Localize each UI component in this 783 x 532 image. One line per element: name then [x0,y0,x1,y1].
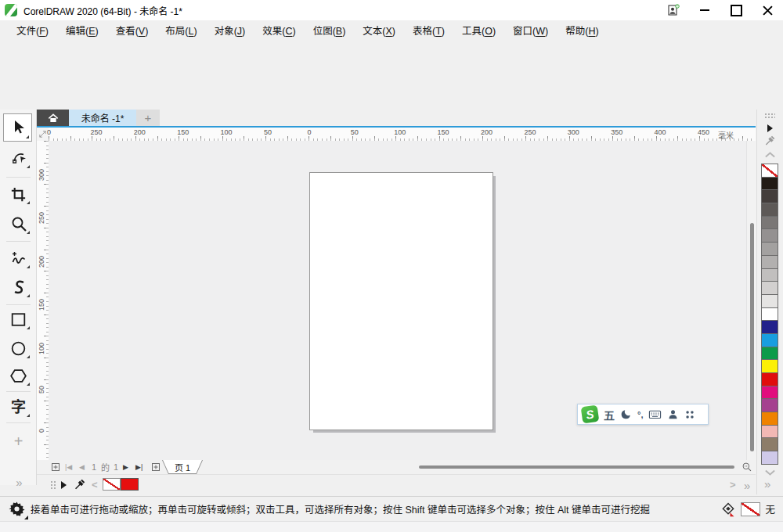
palette-color-swatch[interactable] [761,242,778,256]
zoom-icon [9,214,28,233]
palette-color-none[interactable] [761,164,778,178]
menu-item-T[interactable]: 表格(T) [404,20,453,42]
add-page-start-button[interactable] [49,460,62,474]
document-palette-scroll-left[interactable]: < [92,479,98,491]
last-page-button[interactable]: ▶| [135,460,143,474]
vertical-scrollbar-thumb[interactable] [750,223,754,451]
pick-tool[interactable] [3,113,32,142]
palette-color-swatch[interactable] [761,451,778,465]
tool-options-button[interactable] [8,500,26,518]
menu-item-L[interactable]: 布局(L) [157,20,205,42]
menu-item-E[interactable]: 编辑(E) [57,20,107,42]
rectangle-tool[interactable] [5,307,32,332]
add-tool-button[interactable]: + [5,429,32,454]
polygon-tool[interactable] [5,363,32,388]
document-color-swatch[interactable] [121,478,139,491]
punctuation-button[interactable]: °, [637,410,643,419]
palette-eyedropper-icon[interactable] [763,135,776,147]
palette-color-swatch[interactable] [761,398,778,412]
palette-color-swatch[interactable] [761,333,778,347]
standard-toolbar: PDF 29% » [0,42,783,76]
shape-tool[interactable] [5,146,32,171]
ruler-unit-label: 毫米 [718,129,734,141]
new-document-tab[interactable]: + [136,110,160,126]
menu-grid-icon[interactable] [684,409,695,420]
page-tab[interactable]: 页 1 [162,460,203,474]
page-navigation-row: |◀ ◀ 1 的 1 ▶ ▶| 页 1 [37,460,756,474]
palette-color-swatch[interactable] [761,372,778,386]
document-tab-active[interactable]: 未命名 -1* [69,110,136,126]
account-icon[interactable] [667,408,679,420]
ime-toolbar[interactable]: S 五 °, [577,404,709,425]
previous-page-button[interactable]: ◀ [79,460,85,474]
zoom-tool[interactable] [5,211,32,236]
palette-color-swatch[interactable] [761,294,778,308]
palette-color-swatch[interactable] [761,268,778,282]
color-eyedropper-icon[interactable] [73,478,86,491]
ellipse-tool[interactable] [5,336,32,361]
minimize-button[interactable] [689,0,720,20]
document-page[interactable] [309,172,493,430]
vertical-scrollbar[interactable] [746,141,756,460]
document-palette-scroll-right[interactable]: > [730,479,736,491]
color-palette-flyout[interactable] [767,124,773,132]
document-palette-grip[interactable] [50,480,56,490]
add-page-end-button[interactable] [150,460,162,474]
zoom-scrollbar-button[interactable] [740,460,754,474]
palette-color-swatch[interactable] [761,216,778,230]
soft-keyboard-icon[interactable] [648,408,662,420]
menu-item-O[interactable]: 工具(O) [453,20,504,42]
sogou-logo-icon[interactable]: S [581,405,600,424]
menu-item-X[interactable]: 文本(X) [354,20,404,42]
drawing-canvas[interactable]: S 五 °, [49,141,746,460]
menu-item-V[interactable]: 查看(V) [107,20,157,42]
document-palette-overflow[interactable]: » [744,479,749,492]
palette-scroll-up-icon[interactable] [764,150,776,160]
palette-color-swatch[interactable] [761,437,778,451]
first-page-button[interactable]: |◀ [65,460,72,474]
palette-color-swatch[interactable] [761,255,778,269]
freehand-tool[interactable] [5,246,32,271]
palette-color-swatch[interactable] [761,425,778,439]
sign-in-button[interactable] [658,0,689,20]
outline-pen-icon[interactable] [720,501,736,517]
close-button[interactable] [752,0,783,20]
palette-color-swatch[interactable] [761,228,778,243]
h-ruler[interactable]: 毫米 0250200150100500501001502002503003504… [49,128,756,141]
menu-item-J[interactable]: 对象(J) [206,20,254,42]
menu-item-B[interactable]: 位图(B) [305,20,355,42]
menu-item-F[interactable]: 文件(F) [8,20,57,42]
palette-color-swatch[interactable] [761,320,778,334]
color-palette-swatches [761,164,778,465]
crop-tool[interactable] [5,182,32,207]
palette-color-swatch[interactable] [761,203,778,217]
palette-scroll-down-icon[interactable] [764,468,776,477]
document-palette-flyout[interactable] [61,481,67,489]
menu-item-H[interactable]: 帮助(H) [557,20,607,42]
toolbox-overflow[interactable]: » [5,469,32,494]
color-palette-grip[interactable] [764,113,775,120]
palette-color-swatch[interactable] [761,307,778,322]
artistic-media-tool[interactable] [5,275,32,300]
current-page-number: 1 [92,460,96,474]
palette-overflow[interactable]: » [764,477,769,491]
document-color-none[interactable] [103,478,121,491]
palette-color-swatch[interactable] [761,412,778,426]
palette-color-swatch[interactable] [761,281,778,295]
palette-color-swatch[interactable] [761,386,778,400]
palette-color-swatch[interactable] [761,347,778,361]
menu-item-W[interactable]: 窗口(W) [504,20,557,42]
outline-color-swatch[interactable] [741,502,760,516]
v-ruler[interactable]: 300250200150100500 [37,141,49,460]
welcome-home-tab[interactable] [37,110,69,126]
text-tool[interactable]: 字 [5,394,32,419]
palette-color-swatch[interactable] [761,189,778,203]
palette-color-swatch[interactable] [761,177,778,191]
wubi-mode-button[interactable]: 五 [604,407,615,422]
horizontal-scrollbar-thumb[interactable] [419,466,734,469]
maximize-button[interactable] [720,0,752,20]
night-mode-icon[interactable] [620,408,632,420]
menu-item-C[interactable]: 效果(C) [254,20,304,42]
next-page-button[interactable]: ▶ [123,460,128,474]
palette-color-swatch[interactable] [761,359,778,373]
